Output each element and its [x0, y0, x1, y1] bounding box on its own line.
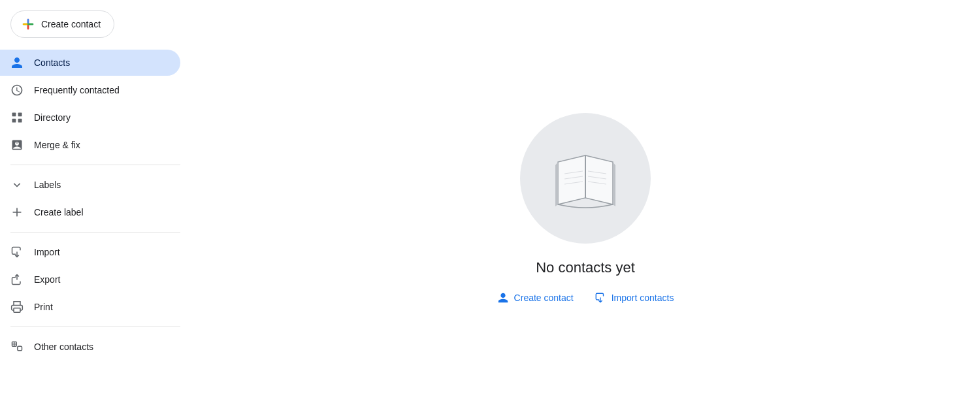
sidebar-item-export[interactable]: Export [0, 266, 180, 293]
sidebar: Create contact Contacts Frequently conta… [0, 0, 191, 416]
google-plus-icon [22, 18, 35, 31]
sidebar-create-label[interactable]: Create label [0, 199, 180, 225]
no-contacts-text: No contacts yet [536, 259, 635, 276]
import-icon [10, 246, 24, 259]
import-contacts-link-label: Import contacts [612, 293, 674, 303]
create-label-icon [10, 206, 24, 219]
sidebar-item-frequently-contacted[interactable]: Frequently contacted [0, 77, 180, 103]
create-label-label: Create label [34, 207, 84, 217]
print-icon [10, 300, 24, 313]
other-contacts-icon [10, 340, 24, 353]
empty-state-illustration [520, 113, 651, 244]
svg-rect-9 [18, 119, 22, 123]
export-label: Export [34, 274, 60, 285]
merge-fix-icon [10, 138, 24, 152]
sidebar-item-other-contacts[interactable]: Other contacts [0, 334, 180, 360]
other-contacts-label: Other contacts [34, 342, 93, 352]
import-contacts-link[interactable]: Import contacts [595, 292, 674, 304]
create-contact-link-icon [497, 292, 509, 304]
create-contact-link[interactable]: Create contact [497, 292, 574, 304]
sidebar-item-frequently-contacted-label: Frequently contacted [34, 85, 120, 95]
sidebar-item-contacts-label: Contacts [34, 57, 70, 68]
create-contact-button[interactable]: Create contact [10, 10, 114, 38]
sidebar-item-merge-fix[interactable]: Merge & fix [0, 132, 180, 158]
divider-2 [10, 232, 180, 232]
sidebar-item-directory[interactable]: Directory [0, 104, 180, 131]
export-icon [10, 273, 24, 286]
directory-icon [10, 111, 24, 124]
labels-header-label: Labels [34, 180, 61, 190]
print-label: Print [34, 302, 53, 312]
empty-state: No contacts yet Create contact I [497, 113, 674, 304]
import-contacts-link-icon [595, 292, 606, 304]
sidebar-item-directory-label: Directory [34, 112, 71, 123]
action-links: Create contact Import contacts [497, 292, 674, 304]
svg-rect-6 [12, 113, 16, 117]
divider-1 [10, 165, 180, 165]
create-contact-link-label: Create contact [514, 293, 574, 303]
sidebar-item-import[interactable]: Import [0, 239, 180, 265]
frequently-contacted-icon [10, 84, 24, 97]
divider-3 [10, 327, 180, 327]
main-content: No contacts yet Create contact I [191, 0, 980, 416]
labels-collapse-icon [10, 178, 24, 191]
sidebar-labels-header[interactable]: Labels [0, 172, 180, 198]
sidebar-item-print[interactable]: Print [0, 294, 180, 320]
svg-rect-10 [14, 308, 20, 313]
contacts-icon [10, 56, 24, 69]
sidebar-item-contacts[interactable]: Contacts [0, 50, 180, 76]
svg-rect-8 [12, 119, 16, 123]
sidebar-item-merge-fix-label: Merge & fix [34, 140, 80, 150]
import-label: Import [34, 247, 60, 257]
create-contact-label: Create contact [41, 19, 101, 29]
svg-rect-7 [18, 113, 22, 117]
